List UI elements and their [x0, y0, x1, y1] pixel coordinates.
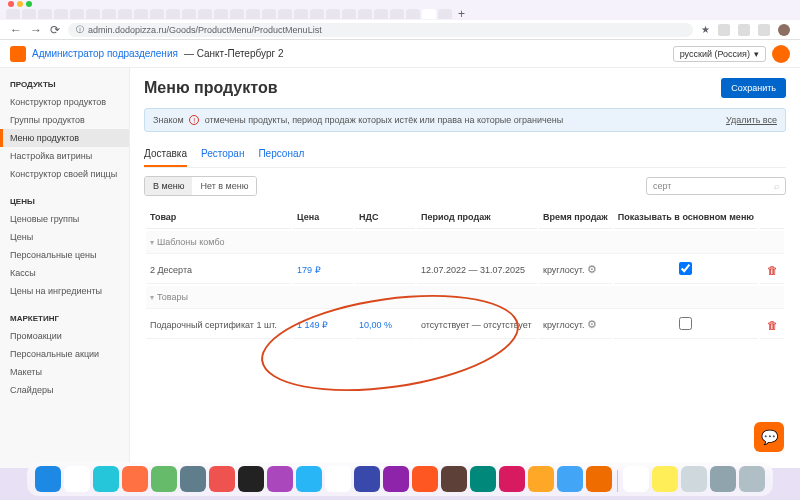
dock-app-icon[interactable]: [412, 466, 438, 492]
extension-icon[interactable]: [718, 24, 730, 36]
dock-app-icon[interactable]: [35, 466, 61, 492]
browser-tab[interactable]: [390, 9, 404, 19]
save-button[interactable]: Сохранить: [721, 78, 786, 98]
browser-tab[interactable]: [6, 9, 20, 19]
cell-price[interactable]: 179 ₽: [293, 256, 353, 284]
new-tab-button[interactable]: +: [454, 7, 469, 21]
tab[interactable]: Персонал: [258, 142, 304, 167]
sidebar-item[interactable]: Персональные цены: [0, 246, 129, 264]
dock-app-icon[interactable]: [151, 466, 177, 492]
browser-tab[interactable]: [182, 9, 196, 19]
cell-price[interactable]: 1 149 ₽: [293, 311, 353, 339]
dock-app-icon[interactable]: [586, 466, 612, 492]
browser-tab[interactable]: [70, 9, 84, 19]
language-selector[interactable]: русский (Россия) ▾: [673, 46, 766, 62]
browser-tab[interactable]: [150, 9, 164, 19]
dock-app-icon[interactable]: [499, 466, 525, 492]
user-avatar[interactable]: [772, 45, 790, 63]
browser-tab[interactable]: [198, 9, 212, 19]
browser-tab[interactable]: [246, 9, 260, 19]
sidebar-item[interactable]: Персональные акции: [0, 345, 129, 363]
table-group-row[interactable]: ▾Шаблоны комбо: [146, 231, 784, 254]
sidebar-item[interactable]: Слайдеры: [0, 381, 129, 399]
show-checkbox[interactable]: [679, 317, 692, 330]
back-button[interactable]: ←: [10, 23, 22, 37]
not-in-menu-toggle[interactable]: Нет в меню: [192, 177, 256, 195]
dock-app-icon[interactable]: [93, 466, 119, 492]
dock-app-icon[interactable]: [470, 466, 496, 492]
browser-tab[interactable]: [230, 9, 244, 19]
tab[interactable]: Доставка: [144, 142, 187, 167]
sidebar-item[interactable]: Группы продуктов: [0, 111, 129, 129]
browser-tab[interactable]: [294, 9, 308, 19]
reload-button[interactable]: ⟳: [50, 23, 60, 37]
dock-app-icon[interactable]: [710, 466, 736, 492]
sidebar-item[interactable]: Кассы: [0, 264, 129, 282]
sidebar-item[interactable]: Макеты: [0, 363, 129, 381]
dock-app-icon[interactable]: [296, 466, 322, 492]
dock-app-icon[interactable]: [383, 466, 409, 492]
gear-icon[interactable]: ⚙: [587, 318, 597, 330]
bookmark-icon[interactable]: ★: [701, 24, 710, 35]
site-info-icon[interactable]: ⓘ: [76, 24, 84, 35]
dock-app-icon[interactable]: [528, 466, 554, 492]
browser-tab[interactable]: [326, 9, 340, 19]
browser-tab[interactable]: [262, 9, 276, 19]
dock-app-icon[interactable]: [238, 466, 264, 492]
browser-tab[interactable]: [342, 9, 356, 19]
maximize-dot[interactable]: [26, 1, 32, 7]
dock-app-icon[interactable]: [681, 466, 707, 492]
trash-icon[interactable]: 🗑: [767, 319, 778, 331]
dock-app-icon[interactable]: [441, 466, 467, 492]
dock-app-icon[interactable]: [354, 466, 380, 492]
search-input[interactable]: серт ⌕: [646, 177, 786, 195]
dock-app-icon[interactable]: [623, 466, 649, 492]
profile-avatar[interactable]: [778, 24, 790, 36]
table-group-row[interactable]: ▾Товары: [146, 286, 784, 309]
extension-icon[interactable]: [738, 24, 750, 36]
url-field[interactable]: ⓘ admin.dodopizza.ru/Goods/ProductMenu/P…: [68, 23, 693, 37]
browser-tab[interactable]: [422, 9, 436, 19]
browser-tab[interactable]: [22, 9, 36, 19]
forward-button[interactable]: →: [30, 23, 42, 37]
browser-tab[interactable]: [102, 9, 116, 19]
cell-vat[interactable]: [355, 256, 415, 284]
browser-tab[interactable]: [86, 9, 100, 19]
browser-tab[interactable]: [214, 9, 228, 19]
dock-app-icon[interactable]: [267, 466, 293, 492]
browser-tab[interactable]: [374, 9, 388, 19]
tab[interactable]: Ресторан: [201, 142, 244, 167]
sidebar-item[interactable]: Меню продуктов: [0, 129, 129, 147]
browser-tab[interactable]: [438, 9, 452, 19]
admin-role-link[interactable]: Администратор подразделения: [32, 48, 178, 59]
browser-tab[interactable]: [310, 9, 324, 19]
browser-tab[interactable]: [38, 9, 52, 19]
browser-tab[interactable]: [278, 9, 292, 19]
browser-tab[interactable]: [54, 9, 68, 19]
sidebar-item[interactable]: Промоакции: [0, 327, 129, 345]
trash-icon[interactable]: 🗑: [767, 264, 778, 276]
sidebar-item[interactable]: Ценовые группы: [0, 210, 129, 228]
dock-app-icon[interactable]: [739, 466, 765, 492]
dock-app-icon[interactable]: [209, 466, 235, 492]
browser-tab[interactable]: [406, 9, 420, 19]
sidebar-item[interactable]: Настройка витрины: [0, 147, 129, 165]
minimize-dot[interactable]: [17, 1, 23, 7]
dock-app-icon[interactable]: [652, 466, 678, 492]
dock-app-icon[interactable]: [122, 466, 148, 492]
show-checkbox[interactable]: [679, 262, 692, 275]
browser-tab[interactable]: [118, 9, 132, 19]
dock-app-icon[interactable]: [325, 466, 351, 492]
dock-app-icon[interactable]: [557, 466, 583, 492]
dock-app-icon[interactable]: [180, 466, 206, 492]
sidebar-item[interactable]: Цены на ингредиенты: [0, 282, 129, 300]
chat-widget-button[interactable]: 💬: [754, 422, 784, 452]
delete-all-link[interactable]: Удалить все: [726, 115, 777, 125]
dock-app-icon[interactable]: [64, 466, 90, 492]
sidebar-item[interactable]: Цены: [0, 228, 129, 246]
browser-tab[interactable]: [166, 9, 180, 19]
cell-vat[interactable]: 10,00 %: [355, 311, 415, 339]
browser-tab[interactable]: [134, 9, 148, 19]
sidebar-item[interactable]: Конструктор продуктов: [0, 93, 129, 111]
browser-tab[interactable]: [358, 9, 372, 19]
